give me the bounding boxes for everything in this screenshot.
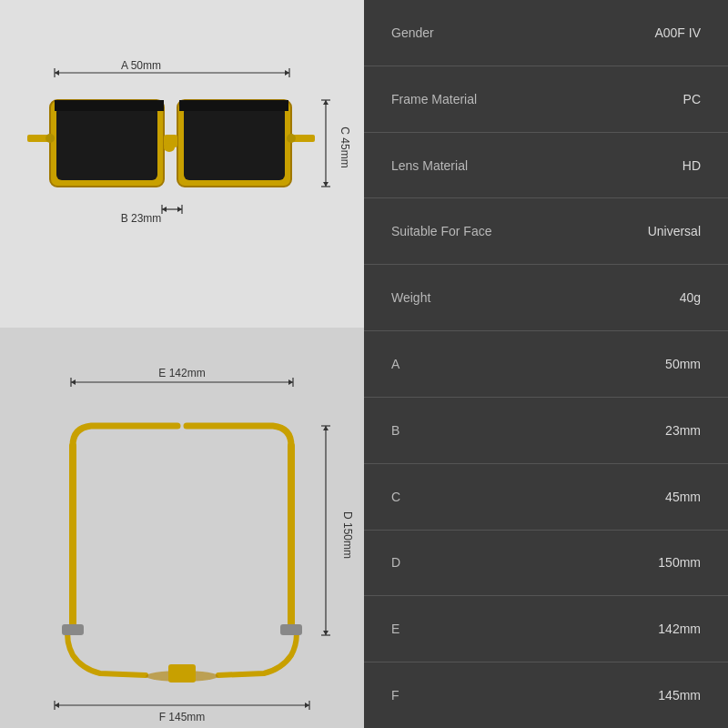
spec-label: B	[391, 423, 399, 438]
svg-point-6	[164, 143, 175, 152]
svg-point-9	[46, 134, 55, 143]
svg-rect-12	[179, 100, 288, 111]
left-panel: A 50mm B 23mm C 45mm	[0, 0, 364, 728]
spec-row-c: C45mm	[364, 464, 728, 531]
spec-value: PC	[683, 92, 701, 106]
label-b-top: B 23mm	[121, 212, 162, 225]
spec-value: 142mm	[658, 622, 701, 636]
spec-row-lens-material: Lens MaterialHD	[364, 133, 728, 199]
spec-label: C	[391, 490, 400, 504]
spec-label: F	[391, 688, 399, 703]
spec-row-suitable-for-face: Suitable For FaceUniversal	[364, 198, 728, 265]
spec-label: Suitable For Face	[391, 224, 492, 238]
spec-value: HD	[682, 158, 701, 173]
spec-value: 145mm	[658, 688, 701, 703]
spec-value: 150mm	[658, 555, 701, 570]
spec-value: 50mm	[665, 357, 701, 371]
spec-label: Lens Material	[391, 158, 468, 173]
spec-value: 23mm	[665, 423, 701, 438]
spec-row-f: F145mm	[364, 662, 728, 728]
svg-rect-11	[55, 100, 164, 111]
spec-row-frame-material: Frame MaterialPC	[364, 66, 728, 133]
spec-row-a: A50mm	[364, 331, 728, 398]
spec-row-gender: GenderA00F IV	[364, 0, 728, 66]
label-f: F 145mm	[159, 711, 206, 723]
spec-label: D	[391, 555, 400, 570]
label-a-top: A 50mm	[121, 59, 161, 72]
spec-label: E	[391, 622, 399, 636]
spec-row-weight: Weight40g	[364, 265, 728, 331]
spec-row-e: E142mm	[364, 596, 728, 662]
svg-rect-4	[184, 106, 285, 180]
spec-label: Frame Material	[391, 92, 477, 106]
spec-value: Universal	[648, 224, 701, 238]
svg-rect-31	[62, 624, 84, 635]
spec-label: Gender	[391, 25, 434, 40]
spec-label: A	[391, 357, 399, 371]
spec-value: 45mm	[665, 490, 701, 504]
label-c-top: C 45mm	[339, 126, 351, 167]
spec-row-b: B23mm	[364, 398, 728, 464]
svg-point-10	[287, 134, 296, 143]
svg-rect-32	[280, 624, 302, 635]
right-panel: GenderA00F IVFrame MaterialPCLens Materi…	[364, 0, 728, 728]
spec-label: Weight	[391, 290, 430, 305]
top-diagram: A 50mm B 23mm C 45mm	[0, 0, 364, 328]
label-d: D 150mm	[341, 511, 354, 559]
svg-rect-30	[168, 664, 196, 682]
spec-value: A00F IV	[654, 25, 701, 40]
spec-row-d: D150mm	[364, 531, 728, 597]
spec-value: 40g	[680, 290, 701, 305]
svg-rect-2	[56, 106, 157, 180]
bottom-diagram: D 150mm E 142mm F 145mm	[0, 328, 364, 728]
label-e: E 142mm	[158, 367, 205, 379]
